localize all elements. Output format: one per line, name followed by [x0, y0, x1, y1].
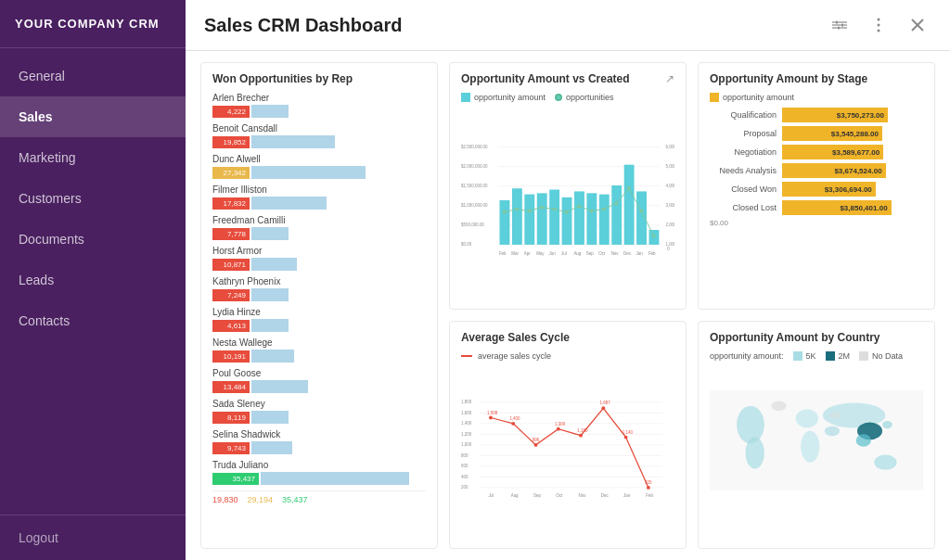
svg-text:1,600: 1,600 [461, 410, 472, 414]
rep-bar-value: 17,832 [212, 197, 250, 210]
svg-point-55 [614, 201, 618, 205]
opp-by-country-title: Opportunity Amount by Country [710, 331, 923, 344]
svg-point-48 [528, 210, 532, 213]
stage-bars: Qualification $3,750,273.00 Proposal $3,… [710, 108, 923, 215]
filter-button[interactable] [826, 11, 854, 39]
svg-text:600: 600 [461, 464, 469, 468]
sidebar-item-sales[interactable]: Sales [0, 96, 186, 137]
svg-rect-33 [500, 200, 510, 245]
svg-point-11 [878, 30, 880, 32]
svg-rect-34 [512, 188, 522, 245]
svg-point-98 [579, 433, 583, 437]
svg-text:Dec: Dec [623, 251, 632, 256]
svg-rect-36 [537, 193, 547, 245]
rep-row: Nesta Wallege 10,191 [212, 337, 426, 363]
stage-row: Needs Analysis $3,674,524.00 [710, 163, 923, 178]
svg-text:Aug: Aug [573, 251, 581, 256]
rep-bar-bg [251, 197, 327, 210]
rep-row: Horst Armor 10,871 [212, 246, 426, 271]
svg-text:Oct: Oct [556, 493, 563, 498]
svg-point-10 [878, 24, 880, 27]
more-button[interactable] [865, 11, 892, 39]
rep-bar-bg [251, 105, 289, 118]
rep-bar-bg [251, 380, 308, 393]
svg-text:$1,000,000.00: $1,000,000.00 [461, 203, 488, 208]
stage-name: Closed Won [710, 185, 777, 194]
rep-bar-bg [251, 411, 289, 424]
stage-bar: $3,674,524.00 [782, 163, 886, 178]
rep-bar-bg [251, 441, 292, 454]
sidebar-logo: YOUR COMPANY CRM [0, 0, 186, 48]
rep-bar-bg [251, 227, 289, 240]
sidebar-item-general[interactable]: General [0, 56, 186, 96]
world-map-svg [710, 366, 923, 515]
legend-amount-label: opportunity amount [474, 93, 546, 102]
stage-name: Needs Analysis [710, 166, 777, 175]
rep-row: Truda Juliano 35,437 [212, 460, 426, 485]
close-button[interactable] [904, 11, 931, 39]
svg-text:$2,000,000.00: $2,000,000.00 [461, 164, 488, 169]
rep-bars: 4,222 [212, 105, 426, 118]
rep-bar-value: 10,191 [212, 350, 250, 363]
rep-row: Selina Shadwick 9,743 [212, 429, 426, 454]
more-icon [877, 18, 880, 32]
stage-bar: $3,306,694.00 [782, 182, 876, 197]
expand-icon[interactable]: ↗ [665, 72, 674, 85]
rep-bar-value: 13,484 [212, 381, 250, 393]
svg-point-51 [565, 210, 569, 214]
svg-point-53 [590, 210, 594, 213]
sidebar-item-marketing[interactable]: Marketing [0, 137, 186, 178]
avg-sales-legend-item: average sales cycle [461, 351, 551, 361]
svg-text:1,000: 1,000 [461, 442, 472, 447]
sidebar-item-contacts[interactable]: Contacts [0, 300, 186, 341]
rep-bar-value: 8,119 [212, 412, 250, 424]
rep-bar-value: 4,222 [212, 106, 250, 118]
svg-point-115 [737, 405, 764, 443]
rep-bar-value: 9,743 [212, 442, 250, 454]
svg-point-56 [627, 186, 631, 190]
country-legend-text: opportunity amount: [710, 351, 784, 361]
avg-sales-chart: 1,800 1,600 1,400 1,200 1,000 800 600 40… [461, 366, 674, 533]
svg-point-2 [838, 27, 841, 30]
legend-item-amount: opportunity amount [461, 93, 546, 102]
country-legend-label: opportunity amount: [710, 351, 784, 361]
svg-rect-40 [586, 193, 597, 245]
svg-point-46 [503, 210, 507, 214]
sidebar-logout[interactable]: Logout [0, 515, 186, 560]
rep-name: Sada Sleney [212, 399, 426, 409]
rep-row: Poul Goose 13,484 [212, 368, 426, 393]
sidebar-item-leads[interactable]: Leads [0, 260, 186, 300]
legend-item-opps: opportunities [555, 93, 614, 102]
svg-text:6,000: 6,000 [665, 145, 674, 149]
svg-text:1,687: 1,687 [600, 401, 611, 405]
rep-bars: 19,852 [212, 135, 426, 148]
svg-point-54 [602, 208, 606, 211]
sidebar: YOUR COMPANY CRM General Sales Marketing… [0, 0, 186, 560]
rep-row: Sada Sleney 8,119 [212, 399, 426, 424]
svg-text:$0.00: $0.00 [461, 242, 472, 247]
svg-text:1,300: 1,300 [555, 421, 566, 426]
opp-vs-created-chart: $2,500,000.00 $2,000,000.00 $1,500,000.0… [461, 108, 674, 293]
stage-name: Proposal [710, 129, 777, 138]
svg-text:2,000: 2,000 [665, 223, 674, 227]
country-scale-2m: 2M [826, 351, 851, 361]
svg-text:Oct: Oct [598, 251, 606, 256]
close-icon [911, 19, 924, 32]
rep-bar-bg [251, 166, 366, 179]
svg-point-92 [511, 421, 515, 425]
rep-row: Lydia Hinze 4,613 [212, 307, 426, 332]
opp-vs-created-title: Opportunity Amount vs Created [461, 72, 674, 85]
stage-name: Negotiation [710, 147, 777, 157]
rep-row: Arlen Brecher 4,222 [212, 93, 426, 118]
svg-text:1,508: 1,508 [487, 410, 498, 414]
svg-rect-38 [562, 197, 572, 245]
rep-row: Freedman Camilli 7,778 [212, 215, 426, 240]
sidebar-item-customers[interactable]: Customers [0, 178, 186, 219]
svg-point-124 [882, 421, 892, 428]
avg-sales-title: Average Sales Cycle [461, 331, 674, 344]
won-opps-bottom-legend: 19,830 29,194 35,437 [212, 490, 426, 504]
rep-bars: 10,191 [212, 350, 426, 363]
svg-point-104 [647, 485, 650, 489]
svg-point-0 [836, 21, 839, 24]
sidebar-item-documents[interactable]: Documents [0, 219, 186, 260]
